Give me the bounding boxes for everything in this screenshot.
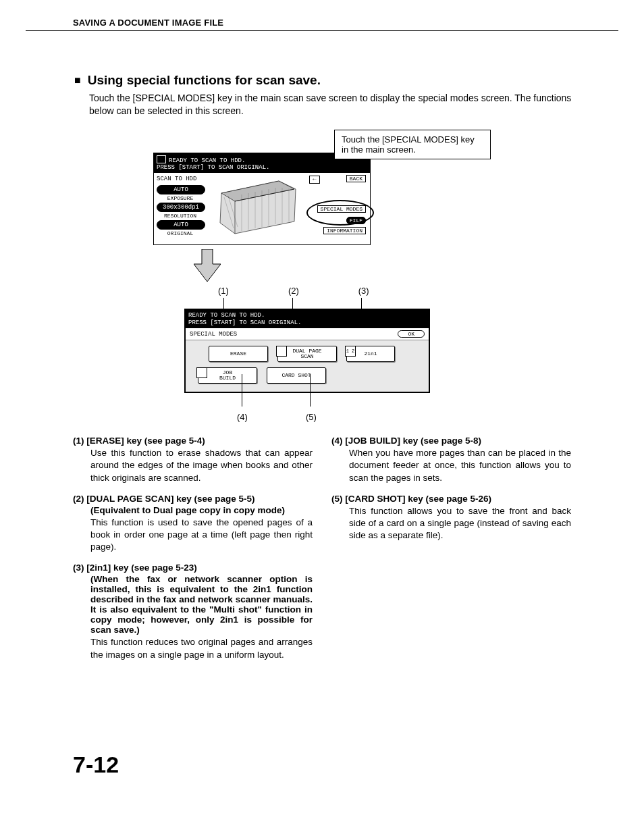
ok-button[interactable]: OK xyxy=(398,330,425,338)
guide-line xyxy=(310,374,311,407)
guide-5: (5) xyxy=(306,412,317,422)
desc-3-sub: (When the fax or network scanner option … xyxy=(90,574,313,635)
desc-1-body: Use this function to erase shadows that … xyxy=(90,447,313,484)
desc-4-body: When you have more pages than can be pla… xyxy=(349,447,571,484)
descriptions: (1) [ERASE] key (see page 5-4) Use this … xyxy=(73,436,571,671)
flow-arrow-down xyxy=(194,249,221,282)
section-title-text: Using special functions for scan save. xyxy=(88,73,321,87)
status-bar-2: READY TO SCAN TO HDD. PRESS [START] TO S… xyxy=(186,310,429,328)
status2-line1: READY TO SCAN TO HDD. xyxy=(188,312,265,319)
dual-page-icon xyxy=(276,346,287,357)
desc-2-body: This function is used to save the opened… xyxy=(90,517,313,554)
status-icon xyxy=(157,155,166,163)
desc-5-body: This function allows you to save the fro… xyxy=(349,505,571,542)
desc-1-head: (1) [ERASE] key (see page 5-4) xyxy=(73,436,313,446)
guide-3: (3) xyxy=(358,286,369,296)
desc-item-3: (3) [2in1] key (see page 5-23) (When the… xyxy=(73,563,313,660)
running-header: SAVING A DOCUMENT IMAGE FILE xyxy=(26,18,618,31)
information-button[interactable]: INFORMATION xyxy=(323,227,366,234)
desc-4-head: (4) [JOB BUILD] key (see page 5-8) xyxy=(331,436,571,446)
resolution-label: RESOLUTION xyxy=(157,213,204,219)
desc-2-head: (2) [DUAL PAGE SCAN] key (see page 5-5) xyxy=(73,494,313,504)
desc-item-1: (1) [ERASE] key (see page 5-4) Use this … xyxy=(73,436,313,484)
guide-4: (4) xyxy=(237,412,248,422)
erase-button[interactable]: ERASE xyxy=(209,346,268,362)
screen-special-modes: READY TO SCAN TO HDD. PRESS [START] TO S… xyxy=(184,309,430,393)
guide-1: (1) xyxy=(218,286,229,296)
callout-tip: Touch the [SPECIAL MODES] key in the mai… xyxy=(334,130,491,159)
exposure-label: EXPOSURE xyxy=(157,195,204,201)
printer-icon xyxy=(215,174,299,235)
exposure-value[interactable]: AUTO xyxy=(157,185,205,194)
job-build-icon xyxy=(196,367,207,378)
status-line2: PRESS [START] TO SCAN ORIGINAL. xyxy=(157,164,269,171)
desc-5-head: (5) [CARD SHOT] key (see page 5-26) xyxy=(331,494,571,504)
two-in-one-icon: 1 2 xyxy=(345,346,356,357)
screen-main: READY TO SCAN TO HDD. PRESS [START] TO S… xyxy=(153,153,371,246)
page-number: 7-12 xyxy=(73,752,618,778)
guide-line xyxy=(242,374,242,407)
section-intro: Touch the [SPECIAL MODES] key in the mai… xyxy=(89,92,589,118)
subtitle: SPECIAL MODES xyxy=(190,331,237,338)
machine-illustration xyxy=(215,174,299,235)
original-value[interactable]: AUTO xyxy=(157,220,205,230)
guide-2: (2) xyxy=(288,286,299,296)
svg-marker-14 xyxy=(194,249,221,282)
desc-2-sub: (Equivalent to Dual page copy in copy mo… xyxy=(90,505,313,515)
original-label: ORIGINAL xyxy=(157,230,204,236)
back-arrow-icon[interactable]: ← xyxy=(309,176,320,184)
card-shot-button[interactable]: CARD SHOT xyxy=(267,367,326,384)
desc-3-body: This function reduces two original pages… xyxy=(90,636,313,660)
status-line1: READY TO SCAN TO HDD. xyxy=(169,157,245,164)
resolution-value[interactable]: 300x300dpi xyxy=(157,203,205,212)
section-title: ■Using special functions for scan save. xyxy=(74,73,618,88)
desc-item-5: (5) [CARD SHOT] key (see page 5-26) This… xyxy=(331,494,571,542)
desc-item-4: (4) [JOB BUILD] key (see page 5-8) When … xyxy=(331,436,571,484)
desc-3-head: (3) [2in1] key (see page 5-23) xyxy=(73,563,313,573)
back-button[interactable]: BACK xyxy=(346,175,366,182)
bullet-square-icon: ■ xyxy=(74,74,81,86)
status2-line2: PRESS [START] TO SCAN ORIGINAL. xyxy=(188,319,301,326)
diagram: Touch the [SPECIAL MODES] key in the mai… xyxy=(153,130,491,422)
desc-item-2: (2) [DUAL PAGE SCAN] key (see page 5-5) … xyxy=(73,494,313,554)
